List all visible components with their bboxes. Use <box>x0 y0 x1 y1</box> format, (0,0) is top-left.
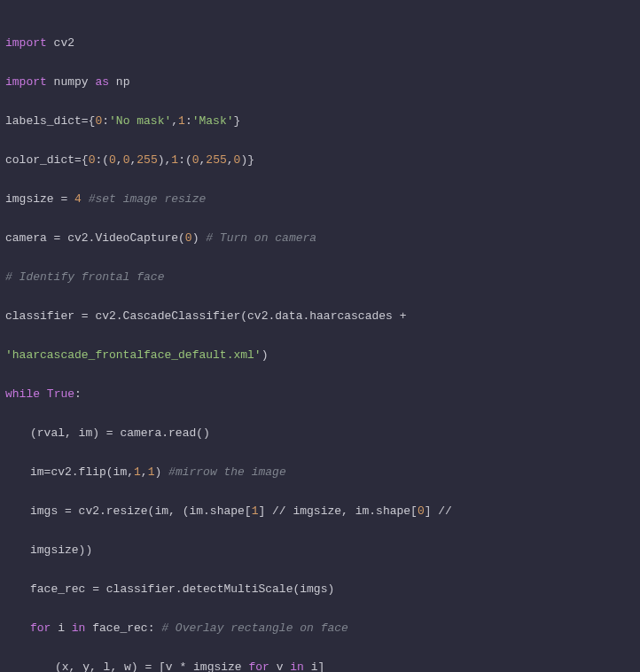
code-line: labels_dict={0:'No mask',1:'Mask'} <box>5 112 635 131</box>
code-line: camera = cv2.VideoCapture(0) # Turn on c… <box>5 229 635 248</box>
code-line: color_dict={0:(0,0,255),1:(0,255,0)} <box>5 151 635 170</box>
code-line: for i in face_rec: # Overlay rectangle o… <box>5 619 635 638</box>
code-line: (x, y, l, w) = [v * imgsize for v in i] <box>5 658 635 672</box>
code-line: imgsize = 4 #set image resize <box>5 190 635 209</box>
code-line: im=cv2.flip(im,1,1) #mirrow the image <box>5 463 635 482</box>
code-line: imgsize)) <box>5 541 635 560</box>
code-line: import cv2 <box>5 34 635 53</box>
code-line: imgs = cv2.resize(im, (im.shape[1] // im… <box>5 502 635 521</box>
code-line: # Identify frontal face <box>5 268 635 287</box>
code-block: import cv2 import numpy as np labels_dic… <box>0 0 640 672</box>
code-line: import numpy as np <box>5 73 635 92</box>
code-line: classifier = cv2.CascadeClassifier(cv2.d… <box>5 307 635 326</box>
code-line: while True: <box>5 385 635 404</box>
code-line: (rval, im) = camera.read() <box>5 424 635 443</box>
code-line: 'haarcascade_frontalface_default.xml') <box>5 346 635 365</box>
code-line: face_rec = classifier.detectMultiScale(i… <box>5 580 635 599</box>
